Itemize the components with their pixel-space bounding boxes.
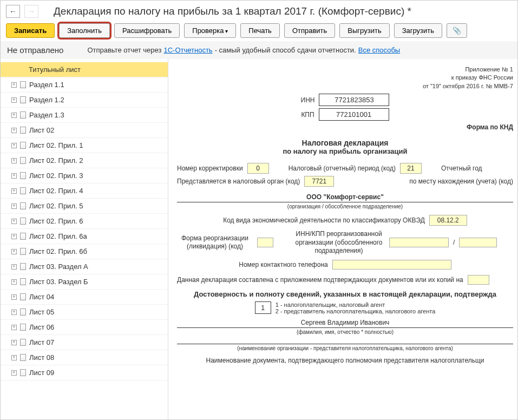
expand-icon[interactable]: + — [11, 264, 17, 270]
sidebar-item[interactable]: +Лист 02. Прил. 6б — [1, 244, 168, 259]
forward-button[interactable]: → — [24, 5, 38, 18]
expand-icon[interactable]: + — [11, 234, 17, 239]
sheet-icon — [20, 187, 26, 194]
kpp-label: КПП — [301, 111, 314, 119]
send-button[interactable]: Отправить — [284, 23, 335, 38]
expand-icon[interactable]: + — [11, 173, 17, 179]
declaration-subtitle: по налогу на прибыль организаций — [177, 147, 513, 155]
sidebar-item[interactable]: +Лист 07 — [1, 335, 168, 350]
declaration-title: Налоговая декларация — [177, 139, 513, 147]
sheet-icon — [20, 96, 26, 103]
expand-icon[interactable]: + — [11, 294, 17, 300]
expand-icon[interactable]: + — [11, 82, 17, 88]
sidebar-item[interactable]: +Лист 05 — [1, 305, 168, 320]
rep-code-field[interactable]: 1 — [255, 301, 271, 314]
sheet-icon — [20, 233, 26, 240]
rep-hint2: 2 - представитель налогоплательщика, нал… — [276, 308, 436, 314]
check-button[interactable]: Проверка — [184, 23, 236, 38]
sidebar-item[interactable]: +Лист 03. Раздел Б — [1, 274, 168, 290]
sidebar-item[interactable]: +Лист 09 — [1, 365, 168, 380]
expand-icon[interactable]: + — [11, 325, 17, 330]
sidebar-item[interactable]: +Раздел 1.2 — [1, 93, 168, 108]
sidebar-item-title[interactable]: Титульный лист — [1, 62, 168, 77]
link-all-methods[interactable]: Все способы — [358, 46, 400, 54]
sidebar-item[interactable]: +Раздел 1.1 — [1, 77, 168, 93]
tax-org-field[interactable]: 7721 — [304, 176, 334, 187]
attach-count-field[interactable] — [468, 275, 489, 285]
sidebar-item[interactable]: +Лист 06 — [1, 320, 168, 335]
period-field[interactable]: 21 — [400, 163, 422, 174]
export-button[interactable]: Выгрузить — [339, 23, 389, 38]
sheet-icon — [20, 172, 26, 179]
app-line1: Приложение № 1 — [177, 65, 513, 74]
sidebar-item[interactable]: +Лист 02. Прил. 6а — [1, 229, 168, 244]
form-content: Приложение № 1 к приказу ФНС России от "… — [168, 59, 517, 419]
sheet-icon — [20, 293, 26, 300]
phone-field[interactable] — [332, 260, 451, 270]
location-label: по месту нахождения (учета) (код) — [409, 178, 513, 185]
sheet-icon — [20, 309, 26, 316]
expand-icon[interactable]: + — [11, 143, 17, 148]
expand-icon[interactable]: + — [11, 340, 17, 345]
kpp-field[interactable]: 772101001 — [319, 108, 389, 121]
fio-caption: (фамилия, имя, отчество * полностью) — [177, 329, 513, 335]
reorg-inn3: подразделения) — [293, 247, 385, 255]
sidebar-item[interactable]: +Лист 03. Раздел А — [1, 259, 168, 274]
sidebar-item[interactable]: +Раздел 1.3 — [1, 108, 168, 123]
reorg-inn1: ИНН/КПП реорганизованной — [293, 230, 385, 239]
expand-icon[interactable]: + — [11, 188, 17, 194]
doc-label: Наименование документа, подтверждающего … — [177, 357, 513, 364]
reorg-inn2: организации (обособленного — [293, 239, 385, 247]
expand-icon[interactable]: + — [11, 113, 17, 118]
expand-icon[interactable]: + — [11, 355, 17, 360]
sheet-icon — [20, 339, 26, 346]
okved-field[interactable]: 08.12.2 — [429, 215, 467, 226]
corr-field[interactable]: 0 — [247, 163, 269, 174]
sidebar-item[interactable]: +Лист 02. Прил. 2 — [1, 153, 168, 168]
sidebar-item[interactable]: +Лист 02. Прил. 3 — [1, 168, 168, 183]
page-title: Декларация по налогу на прибыль за 1 ква… — [54, 5, 411, 17]
sidebar-item[interactable]: +Лист 02. Прил. 6 — [1, 214, 168, 229]
expand-icon[interactable]: + — [11, 204, 17, 209]
reorg-code-field[interactable] — [257, 238, 273, 247]
sheet-icon — [20, 111, 26, 119]
corr-label: Номер корректировки — [177, 165, 243, 172]
import-button[interactable]: Загрузить — [394, 23, 442, 38]
sheet-icon — [20, 202, 26, 209]
rep-org-caption: (наименование организации - представител… — [177, 345, 513, 351]
expand-icon[interactable]: + — [11, 370, 17, 376]
sidebar-item[interactable]: +Лист 02. Прил. 4 — [1, 183, 168, 199]
sidebar-item[interactable]: +Лист 02 — [1, 123, 168, 138]
expand-icon[interactable]: + — [11, 219, 17, 224]
back-button[interactable]: ← — [6, 5, 20, 18]
sheet-icon — [20, 142, 26, 149]
sheet-icon — [20, 218, 26, 225]
fio: Сергеев Владимир Иванович — [177, 319, 513, 326]
sidebar-item[interactable]: +Лист 04 — [1, 290, 168, 305]
expand-icon[interactable]: + — [11, 97, 17, 103]
reorg-label1: Форма реорганизации — [177, 234, 253, 243]
sheet-icon — [20, 127, 26, 134]
sidebar-item[interactable]: +Лист 02. Прил. 5 — [1, 199, 168, 214]
link-1c[interactable]: 1С-Отчетность — [163, 46, 212, 54]
expand-icon[interactable]: + — [11, 279, 17, 285]
print-button[interactable]: Печать — [240, 23, 280, 38]
attach-button[interactable]: 📎 — [447, 23, 467, 38]
reorg-kpp-field[interactable] — [459, 238, 497, 247]
expand-icon[interactable]: + — [11, 310, 17, 315]
record-button[interactable]: Записать — [6, 23, 55, 38]
sidebar: Титульный лист +Раздел 1.1 +Раздел 1.2 +… — [1, 59, 168, 419]
reorg-inn-field[interactable] — [389, 238, 449, 247]
status-not-sent: Не отправлено — [7, 45, 63, 55]
expand-icon[interactable]: + — [11, 249, 17, 254]
fill-button[interactable]: Заполнить — [59, 23, 110, 38]
expand-icon[interactable]: + — [11, 158, 17, 163]
sheet-icon — [20, 354, 26, 361]
decode-button[interactable]: Расшифровать — [114, 23, 180, 38]
attach-label: Данная декларация составлена с приложени… — [177, 276, 463, 284]
expand-icon[interactable]: + — [11, 128, 17, 133]
knd-label: Форма по КНД — [177, 123, 513, 132]
sidebar-item[interactable]: +Лист 08 — [1, 350, 168, 365]
sidebar-item[interactable]: +Лист 02. Прил. 1 — [1, 138, 168, 153]
inn-field[interactable]: 7721823853 — [319, 94, 389, 106]
